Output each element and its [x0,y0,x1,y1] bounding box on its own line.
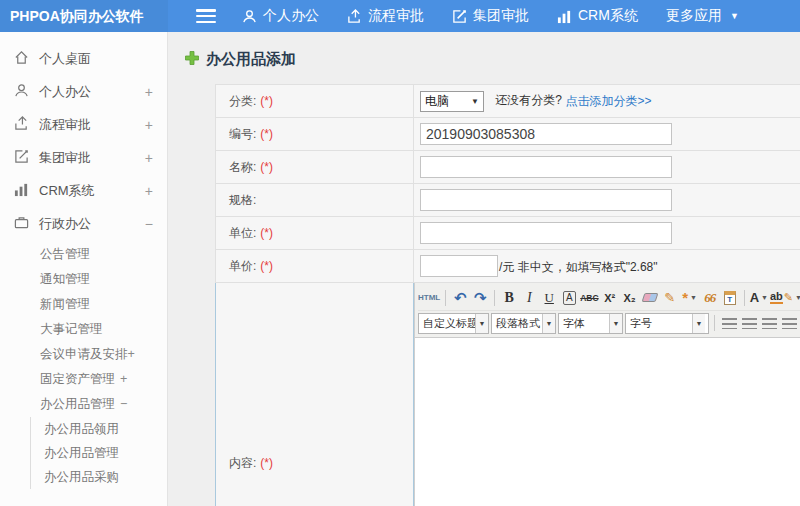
sidebar-item-announcement-mgmt[interactable]: 公告管理 [0,242,167,267]
top-bar: PHPOA协同办公软件 个人办公 流程审批 集团审批 CRM系统 更多应用 ▼ [0,0,800,32]
nav-group-approval[interactable]: 集团审批 [452,7,529,25]
sidebar-item-supplies-purchase[interactable]: 办公用品采购 [31,465,167,489]
sidebar-item-supplies-manage[interactable]: 办公用品管理 [31,441,167,465]
sidebar-item-personal-office[interactable]: 个人办公 + [0,75,167,108]
category-hint: 还没有分类? [495,93,562,107]
sidebar-item-news-mgmt[interactable]: 新闻管理 [0,292,167,317]
editor-content-area[interactable] [415,338,800,506]
sidebar-item-crm[interactable]: CRM系统 + [0,174,167,207]
unit-label: 单位: [229,226,256,240]
supply-add-form: 分类:(*) 电脑 ▼ 还没有分类? 点击添加分类>> 编号:(*) 名称:(*… [215,84,800,506]
editor-toolbar: HTML ↶ ↷ B I U A ABC X² X₂ [415,283,800,338]
custom-heading-select[interactable]: 自定义标题▼ [418,313,489,334]
sidebar-item-events-mgmt[interactable]: 大事记管理 [0,317,167,342]
nav-more-apps[interactable]: 更多应用 ▼ [666,7,739,25]
sidebar-item-meeting-request[interactable]: 会议申请及安排+ [0,342,167,367]
editor-toolbar-row2: 自定义标题▼ 段落格式▼ 字体▼ 字号▼ ∞ [418,310,800,335]
html-source-button[interactable]: HTML [418,288,440,308]
code-label: 编号: [229,127,256,141]
sidebar-item-label: 流程审批 [39,116,145,134]
bold-button[interactable]: B [500,288,518,308]
category-select[interactable]: 电脑 ▼ [420,91,484,112]
nav-crm-system[interactable]: CRM系统 [557,7,638,25]
required-mark: (*) [260,94,273,108]
italic-button[interactable]: I [520,288,538,308]
superscript-button[interactable]: X² [601,288,619,308]
collapse-minus-icon: − [145,216,153,232]
app-logo: PHPOA协同办公软件 [0,0,168,32]
font-size-select[interactable]: 字号▼ [625,313,709,334]
sidebar-item-notice-mgmt[interactable]: 通知管理 [0,267,167,292]
font-box-button[interactable]: A [563,291,576,305]
sidebar-item-label: CRM系统 [39,182,145,200]
bar-chart-icon [557,9,572,24]
select-caret-icon: ▼ [542,314,555,333]
price-label: 单价: [229,259,256,273]
form-row-content: 内容:(*) HTML ↶ ↷ B I U A [216,283,800,506]
spec-input[interactable] [420,189,672,211]
align-center-button[interactable] [740,313,758,333]
sidebar-item-label: 行政办公 [39,215,145,233]
sidebar-item-admin-office[interactable]: 行政办公 − [0,207,167,240]
nav-workflow-approval[interactable]: 流程审批 [347,7,424,25]
add-category-link[interactable]: 点击添加分类>> [565,93,651,107]
align-left-button[interactable] [720,313,738,333]
form-row-spec: 规格: [216,184,800,217]
collapse-minus-icon: − [120,397,127,411]
sidebar-item-fixed-assets-mgmt[interactable]: 固定资产管理+ [0,367,167,392]
sidebar-item-label: 个人办公 [39,83,145,101]
paragraph-format-select[interactable]: 段落格式▼ [491,313,556,334]
paste-as-text-button[interactable]: T [721,288,739,308]
format-brush-icon[interactable]: ✎ [661,288,679,308]
eraser-icon [641,293,658,302]
name-label: 名称: [229,160,256,174]
code-input[interactable] [420,123,672,145]
bar-chart-icon [14,182,39,200]
expand-plus-icon: + [120,372,127,386]
sidebar-item-group-approval[interactable]: 集团审批 + [0,141,167,174]
form-row-code: 编号:(*) [216,118,800,151]
undo-icon[interactable]: ↶ [451,288,469,308]
expand-plus-icon: + [145,84,153,100]
form-row-category: 分类:(*) 电脑 ▼ 还没有分类? 点击添加分类>> [216,85,800,118]
align-right-button[interactable] [760,313,778,333]
spec-label: 规格: [229,193,256,207]
highlight-color-button[interactable]: ab✎▼ [770,288,800,308]
editor-toolbar-row1: HTML ↶ ↷ B I U A ABC X² X₂ [418,285,800,310]
page-title-text: 办公用品添加 [206,50,296,69]
sidebar-item-label: 集团审批 [39,149,145,167]
chevron-down-icon: ▼ [730,11,739,21]
blockquote-button[interactable]: 66 [701,288,719,308]
quick-format-button[interactable]: *▼ [681,288,699,308]
nav-label: CRM系统 [578,7,638,25]
justify-button[interactable] [780,313,798,333]
dropdown-caret-icon: ▼ [761,294,768,301]
required-mark: (*) [260,259,273,273]
clipboard-icon: T [724,291,736,305]
font-family-select[interactable]: 字体▼ [558,313,623,334]
sidebar-item-office-supplies-mgmt[interactable]: 办公用品管理− [0,392,167,417]
justify-icon [782,318,797,329]
home-icon [14,50,39,68]
text-color-button[interactable]: A▼ [750,288,768,308]
form-row-price: 单价:(*) /元 非中文，如填写格式"2.68" [216,250,800,283]
underline-button[interactable]: U [540,288,558,308]
sidebar-item-supplies-receive[interactable]: 办公用品领用 [31,417,167,441]
sidebar-item-workflow-approval[interactable]: 流程审批 + [0,108,167,141]
rich-text-editor: HTML ↶ ↷ B I U A ABC X² X₂ [414,283,800,506]
subscript-button[interactable]: X₂ [621,288,639,308]
redo-icon[interactable]: ↷ [471,288,489,308]
top-nav: 个人办公 流程审批 集团审批 CRM系统 更多应用 ▼ [242,7,739,25]
remove-format-button[interactable] [641,288,659,308]
sidebar-item-personal-desktop[interactable]: 个人桌面 [0,42,167,75]
align-center-icon [742,318,757,329]
strikethrough-button[interactable]: ABC [580,288,598,308]
required-mark: (*) [260,160,273,174]
category-label: 分类: [229,94,256,108]
nav-personal-office[interactable]: 个人办公 [242,7,319,25]
select-caret-icon: ▼ [471,97,479,106]
hamburger-menu-icon[interactable] [196,9,216,23]
name-input[interactable] [420,156,672,178]
unit-input[interactable] [420,222,672,244]
price-input[interactable] [420,255,498,277]
